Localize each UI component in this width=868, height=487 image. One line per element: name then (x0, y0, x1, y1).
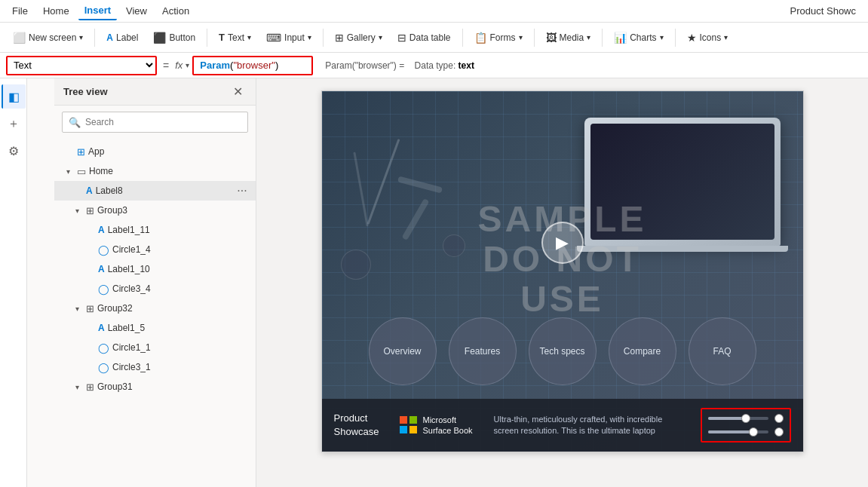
plus-icon: ＋ (8, 116, 20, 132)
sidebar-item-add[interactable]: ＋ (2, 112, 26, 136)
search-input[interactable] (85, 117, 241, 127)
new-screen-button[interactable]: ⬜ New screen ▾ (6, 28, 90, 47)
tree-item-circle3-4[interactable]: ◯ Circle3_4 (54, 279, 256, 299)
search-icon: 🔍 (69, 117, 81, 128)
input-button[interactable]: ⌨ Input ▾ (259, 28, 318, 47)
label-element-icon: A (86, 185, 93, 196)
play-button[interactable]: ▶ (541, 222, 584, 264)
treeview-search-box[interactable]: 🔍 (62, 112, 248, 133)
formula-paren-close: ) (275, 60, 278, 71)
separator-5 (534, 29, 535, 47)
tree-item-label: Circle3_1 (112, 362, 250, 372)
slider-thumb-1[interactable] (741, 414, 750, 423)
formulabar: Text = fx ▾ Param("browser") Param("brow… (0, 53, 868, 78)
sidebar-item-layers[interactable]: ◧ (2, 84, 26, 109)
nav-circles: Overview Features Tech specs Compare FAQ (322, 317, 803, 385)
tree-item-label: Circle1_1 (112, 342, 250, 353)
formula-input[interactable]: Param("browser") (192, 56, 313, 75)
chevron-down-icon-forms: ▾ (519, 33, 523, 41)
slider-track-2[interactable] (708, 430, 768, 433)
separator-6 (602, 29, 603, 47)
label-element-icon-3: A (98, 323, 105, 333)
menu-file[interactable]: File (6, 2, 34, 20)
circle-icon: ◯ (98, 244, 109, 256)
group-icon-2: ⊞ (86, 303, 94, 314)
menu-insert[interactable]: Insert (78, 2, 117, 20)
gallery-button[interactable]: ⊞ Gallery ▾ (328, 28, 389, 47)
slider-row-2 (708, 427, 784, 436)
sidebar-item-settings[interactable]: ⚙ (2, 139, 26, 163)
treeview-close-button[interactable]: ✕ (229, 83, 247, 101)
tree-item-label1-5[interactable]: A Label1_5 (54, 318, 256, 338)
fx-label: fx (175, 60, 182, 71)
tree-item-label8[interactable]: A Label8 ··· (54, 181, 256, 201)
gallery-icon: ⊞ (335, 32, 344, 44)
forms-button[interactable]: 📋 Forms ▾ (468, 28, 529, 47)
nav-overview[interactable]: Overview (369, 317, 437, 385)
label-icon: A (106, 32, 113, 43)
layers-icon: ◧ (8, 90, 20, 104)
nav-tech-specs[interactable]: Tech specs (529, 317, 597, 385)
formula-string: "browser" (233, 60, 275, 71)
text-button[interactable]: T Text ▾ (212, 28, 258, 47)
tree-item-home[interactable]: ▾ ▭ Home (54, 161, 256, 181)
control-selector[interactable]: Text (6, 56, 157, 75)
input-icon: ⌨ (266, 32, 281, 44)
more-options-button[interactable]: ··· (235, 183, 250, 198)
nav-features[interactable]: Features (449, 317, 517, 385)
menu-home[interactable]: Home (37, 2, 75, 20)
slider-thumb-2[interactable] (749, 427, 758, 436)
new-screen-icon: ⬜ (13, 32, 26, 44)
tree-item-group32[interactable]: ▾ ⊞ Group32 (54, 299, 256, 318)
text-icon: T (219, 32, 225, 43)
preview-description: Ultra-thin, meticulously crafted, with i… (494, 414, 689, 437)
chevron-icon: ▾ (75, 305, 84, 313)
tree-item-label1-11[interactable]: A Label1_11 (54, 220, 256, 240)
tree-item-label: Group31 (97, 381, 250, 392)
ms-square-yellow (409, 426, 417, 433)
slider-track-1[interactable] (708, 417, 768, 420)
treeview-title: Tree view (63, 86, 108, 97)
brand-logo: Microsoft Surface Book (400, 415, 472, 436)
nav-compare[interactable]: Compare (609, 317, 676, 385)
circle-icon-4: ◯ (98, 362, 109, 373)
button-button[interactable]: ⬛ Button (146, 28, 202, 47)
media-icon: 🖼 (546, 32, 557, 44)
icons-button[interactable]: ★ Icons ▾ (680, 28, 735, 47)
slider-fill-2 (708, 430, 752, 433)
chevron-down-icon-gallery: ▾ (379, 33, 382, 41)
forms-icon: 📋 (474, 32, 487, 44)
group-icon: ⊞ (86, 205, 94, 216)
treeview-panel: Tree view ✕ 🔍 ⊞ App ▾ ▭ (54, 78, 256, 487)
chevron-icon: ▾ (75, 207, 84, 215)
treeview-content: ⊞ App ▾ ▭ Home A Label8 ··· (54, 139, 256, 487)
icons-icon: ★ (687, 32, 697, 44)
microsoft-squares (400, 416, 418, 434)
chevron-down-icon-input: ▾ (308, 33, 311, 41)
menu-action[interactable]: Action (156, 2, 195, 20)
control-dropdown[interactable]: Text (8, 59, 155, 72)
tree-item-circle1-1[interactable]: ◯ Circle1_1 (54, 338, 256, 357)
tree-item-label1-10[interactable]: A Label1_10 (54, 259, 256, 279)
media-button[interactable]: 🖼 Media ▾ (539, 28, 598, 47)
slider-fill-1 (708, 417, 744, 420)
ms-square-blue (400, 426, 407, 433)
tree-item-circle3-1[interactable]: ◯ Circle3_1 (54, 357, 256, 377)
tree-item-circle1-4[interactable]: ◯ Circle1_4 (54, 240, 256, 259)
separator-2 (207, 29, 207, 47)
tree-item-app[interactable]: ⊞ App (54, 142, 256, 161)
label-button[interactable]: A Label (100, 29, 145, 47)
tree-item-label: Home (89, 166, 250, 176)
chevron-down-icon-charts: ▾ (660, 33, 664, 41)
nav-faq[interactable]: FAQ (689, 317, 756, 385)
label-element-icon: A (98, 225, 105, 235)
charts-button[interactable]: 📊 Charts ▾ (607, 28, 670, 47)
menu-view[interactable]: View (120, 2, 153, 20)
data-table-button[interactable]: ⊟ Data table (391, 28, 458, 47)
settings-icon: ⚙ (8, 144, 19, 158)
left-panel: ◧ ＋ ⚙ Tree view ✕ 🔍 (0, 78, 256, 487)
tree-item-group31[interactable]: ▾ ⊞ Group31 (54, 377, 256, 397)
tree-item-group3[interactable]: ▾ ⊞ Group3 (54, 201, 256, 220)
label-element-icon-2: A (98, 264, 105, 274)
chevron-down-icon-icons: ▾ (724, 33, 728, 41)
